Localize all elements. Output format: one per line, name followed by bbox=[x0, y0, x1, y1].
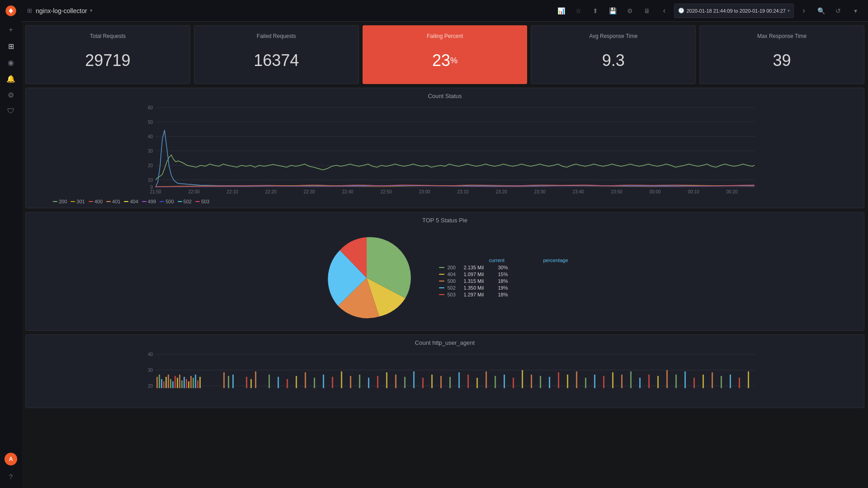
svg-rect-102 bbox=[621, 375, 623, 388]
svg-rect-82 bbox=[440, 376, 442, 388]
alerting-icon[interactable]: 🔔 bbox=[0, 70, 22, 87]
title-caret[interactable]: ▾ bbox=[90, 8, 93, 14]
svg-text:23:30: 23:30 bbox=[534, 189, 545, 193]
dashboards-icon[interactable]: ⊞ bbox=[0, 38, 22, 54]
failing-percent-value: 23% bbox=[370, 45, 520, 76]
svg-rect-45 bbox=[175, 376, 176, 388]
topbar: ⊞ nginx-log-collector ▾ 📊 ☆ ⬆ 💾 ⚙ 🖥 ‹ 🕐 … bbox=[22, 0, 868, 22]
sidebar: + ⊞ ◉ 🔔 ⚙ 🛡 A ? bbox=[0, 0, 22, 488]
share-btn[interactable]: ⬆ bbox=[588, 4, 603, 18]
svg-text:22:40: 22:40 bbox=[342, 189, 353, 193]
svg-rect-81 bbox=[431, 375, 433, 388]
svg-rect-83 bbox=[449, 377, 451, 388]
svg-rect-37 bbox=[156, 377, 158, 388]
max-response-value: 39 bbox=[707, 45, 857, 76]
svg-text:00:20: 00:20 bbox=[726, 189, 737, 193]
svg-rect-54 bbox=[195, 375, 196, 388]
svg-rect-50 bbox=[186, 379, 187, 388]
graph-view-btn[interactable]: 📊 bbox=[554, 4, 568, 18]
svg-rect-69 bbox=[323, 375, 324, 388]
svg-rect-47 bbox=[179, 375, 180, 388]
svg-rect-99 bbox=[594, 375, 595, 388]
svg-rect-51 bbox=[188, 381, 189, 388]
time-range-btn[interactable]: 🕐 2020-01-18 21:44:09 to 2020-01-19 00:2… bbox=[674, 4, 794, 18]
svg-rect-96 bbox=[567, 375, 568, 388]
pie-row-500: 500 1.315 Mil 18% bbox=[439, 278, 568, 284]
legend-500: 500 bbox=[160, 199, 174, 204]
save-btn[interactable]: 💾 bbox=[605, 4, 620, 18]
svg-rect-115 bbox=[739, 378, 740, 388]
svg-rect-110 bbox=[693, 378, 695, 388]
svg-text:40: 40 bbox=[148, 134, 153, 139]
star-btn[interactable]: ☆ bbox=[571, 4, 585, 18]
svg-rect-65 bbox=[287, 379, 288, 388]
svg-rect-49 bbox=[184, 377, 185, 388]
failing-percent-label: Failing Percent bbox=[370, 33, 520, 39]
add-dashboard-icon[interactable]: + bbox=[0, 22, 22, 38]
svg-rect-111 bbox=[703, 375, 704, 388]
total-requests-label: Total Requests bbox=[33, 33, 183, 39]
svg-text:00:00: 00:00 bbox=[649, 189, 660, 193]
svg-rect-44 bbox=[172, 381, 174, 388]
failed-requests-label: Failed Requests bbox=[202, 33, 351, 39]
svg-rect-87 bbox=[486, 371, 487, 388]
failed-requests-value: 16374 bbox=[202, 45, 351, 76]
svg-rect-39 bbox=[161, 379, 162, 388]
user-avatar[interactable]: A bbox=[5, 453, 17, 465]
svg-rect-62 bbox=[255, 371, 256, 388]
svg-rect-93 bbox=[540, 376, 541, 388]
total-requests-card: Total Requests 29719 bbox=[25, 25, 190, 84]
svg-rect-106 bbox=[657, 376, 659, 388]
svg-rect-85 bbox=[467, 375, 469, 388]
prev-time-btn[interactable]: ‹ bbox=[657, 4, 671, 18]
refresh-interval-btn[interactable]: ▾ bbox=[848, 4, 863, 18]
svg-rect-38 bbox=[159, 375, 160, 388]
svg-rect-61 bbox=[250, 379, 252, 388]
svg-rect-64 bbox=[278, 377, 279, 388]
total-requests-value: 29719 bbox=[33, 45, 183, 76]
sidebar-bottom: A ? bbox=[0, 450, 22, 488]
app-logo[interactable] bbox=[0, 0, 22, 22]
next-time-btn[interactable]: › bbox=[797, 4, 811, 18]
main-content: ⊞ nginx-log-collector ▾ 📊 ☆ ⬆ 💾 ⚙ 🖥 ‹ 🕐 … bbox=[22, 0, 868, 488]
svg-text:23:10: 23:10 bbox=[457, 189, 468, 193]
svg-rect-94 bbox=[549, 377, 550, 388]
configuration-icon[interactable]: ⚙ bbox=[0, 87, 22, 103]
svg-text:22:10: 22:10 bbox=[226, 189, 238, 193]
pie-legend: current percentage 200 2.135 Mil 30% 404… bbox=[439, 258, 568, 299]
count-status-legend: 200 301 400 401 404 bbox=[26, 197, 864, 208]
svg-rect-72 bbox=[350, 376, 351, 388]
svg-text:22:00: 22:00 bbox=[188, 189, 199, 193]
svg-rect-73 bbox=[359, 375, 360, 388]
legend-499: 499 bbox=[142, 199, 156, 204]
svg-rect-114 bbox=[730, 375, 731, 388]
help-icon[interactable]: ? bbox=[0, 468, 22, 484]
refresh-btn[interactable]: ↺ bbox=[831, 4, 845, 18]
svg-rect-41 bbox=[165, 377, 167, 388]
svg-rect-67 bbox=[305, 372, 306, 388]
zoom-btn[interactable]: 🔍 bbox=[814, 4, 828, 18]
svg-rect-74 bbox=[368, 378, 369, 388]
svg-rect-70 bbox=[332, 377, 333, 388]
svg-rect-56 bbox=[199, 377, 201, 388]
legend-404: 404 bbox=[124, 199, 138, 204]
svg-rect-100 bbox=[603, 376, 604, 388]
svg-rect-95 bbox=[558, 372, 559, 388]
svg-rect-53 bbox=[193, 378, 194, 388]
pie-legend-header: current percentage bbox=[439, 258, 568, 263]
pie-row-200: 200 2.135 Mil 30% bbox=[439, 265, 568, 270]
explore-icon[interactable]: ◉ bbox=[0, 54, 22, 70]
failing-percent-card: Failing Percent 23% bbox=[363, 25, 528, 84]
time-range-text: 2020-01-18 21:44:09 to 2020-01-19 00:24:… bbox=[686, 8, 786, 14]
svg-text:30: 30 bbox=[148, 149, 153, 154]
svg-rect-80 bbox=[422, 378, 424, 388]
monitor-btn[interactable]: 🖥 bbox=[640, 4, 654, 18]
count-http-user-agent-chart-area: 40 30 20 /* bars generated dynamically *… bbox=[26, 348, 864, 408]
svg-text:30: 30 bbox=[148, 368, 153, 373]
top5-pie-title: TOP 5 Status Pie bbox=[26, 212, 864, 225]
dashboard-title[interactable]: nginx-log-collector bbox=[36, 7, 87, 14]
settings-btn[interactable]: ⚙ bbox=[623, 4, 637, 18]
failed-requests-card: Failed Requests 16374 bbox=[194, 25, 359, 84]
count-http-user-agent-title: Count http_user_agent bbox=[26, 335, 864, 348]
shield-icon[interactable]: 🛡 bbox=[0, 103, 22, 119]
